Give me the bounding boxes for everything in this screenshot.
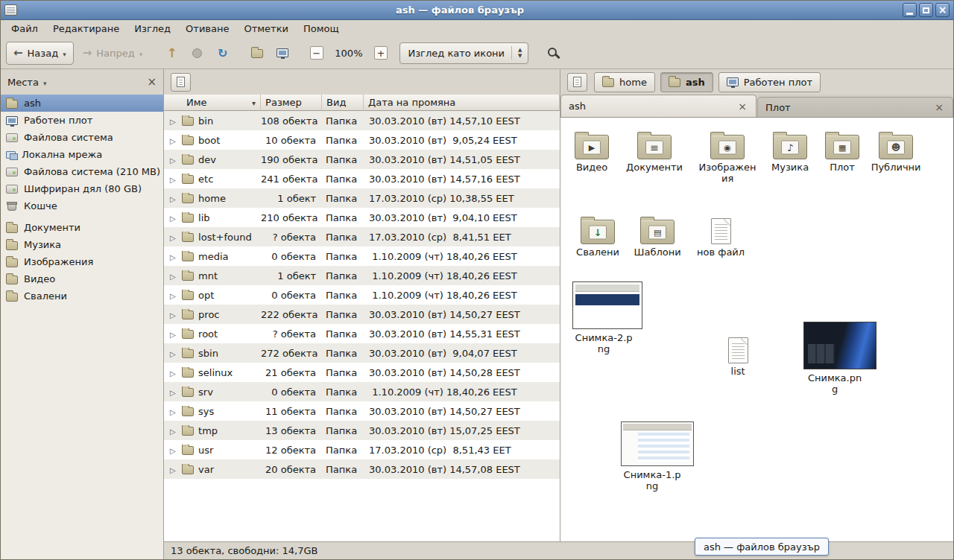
- tab[interactable]: Плот: [757, 97, 953, 117]
- sidebar-view-selector[interactable]: Места: [7, 77, 46, 88]
- column-header-size[interactable]: Размер: [261, 95, 322, 111]
- sidebar-item[interactable]: ash: [1, 95, 163, 112]
- file-icon-item[interactable]: нов файл: [689, 213, 752, 258]
- location-toggle-button[interactable]: [567, 73, 587, 92]
- expander-icon[interactable]: [170, 212, 177, 223]
- expander-icon[interactable]: [170, 193, 177, 204]
- table-row[interactable]: etc 241 обекта Папка 30.03.2010 (вт) 14,…: [164, 169, 560, 188]
- menu-item[interactable]: Файл: [4, 20, 45, 37]
- table-row[interactable]: opt 0 обекта Папка 1.10.2009 (чт) 18,40,…: [164, 285, 560, 305]
- minimize-button[interactable]: [903, 3, 917, 17]
- breadcrumb-button[interactable]: ash: [660, 72, 713, 92]
- sidebar-item[interactable]: Кошче: [1, 197, 163, 214]
- icon-view-canvas[interactable]: GUADEC GNOME Store Видео Документи: [560, 117, 953, 541]
- expander-icon[interactable]: [170, 270, 177, 281]
- zoom-in-button[interactable]: [369, 42, 392, 65]
- expander-icon[interactable]: [170, 367, 177, 378]
- expander-icon[interactable]: [170, 135, 177, 146]
- file-icon-item[interactable]: Свалени: [566, 213, 629, 258]
- column-header-kind[interactable]: Вид: [322, 95, 364, 111]
- sidebar-item[interactable]: Файлова система: [1, 129, 163, 146]
- reload-button[interactable]: [211, 42, 234, 65]
- table-row[interactable]: sbin 272 обекта Папка 30.03.2010 (вт) 9,…: [164, 343, 560, 363]
- table-row[interactable]: dev 190 обекта Папка 30.03.2010 (вт) 14,…: [164, 150, 560, 169]
- menu-item[interactable]: Отметки: [236, 20, 295, 37]
- expander-icon[interactable]: [170, 348, 177, 359]
- file-icon-item[interactable]: Публични: [865, 128, 927, 174]
- menu-item[interactable]: Помощ: [296, 20, 347, 37]
- expander-icon[interactable]: [170, 328, 177, 340]
- expander-icon[interactable]: [170, 115, 177, 127]
- file-icon-item[interactable]: Видео: [560, 128, 623, 174]
- home-button[interactable]: [245, 42, 268, 65]
- table-row[interactable]: usr 12 обекта Папка 17.03.2010 (ср) 8,51…: [164, 440, 560, 459]
- expander-icon[interactable]: [170, 290, 177, 301]
- menu-item[interactable]: Изглед: [127, 20, 178, 37]
- expander-icon[interactable]: [170, 445, 177, 456]
- expander-icon[interactable]: [170, 464, 177, 475]
- stop-button[interactable]: [186, 42, 209, 65]
- sidebar-item[interactable]: Файлова система (210 MB): [1, 163, 163, 180]
- file-icon-item[interactable]: Снимка.png: [803, 322, 866, 395]
- column-header-date[interactable]: Дата на промяна: [364, 95, 560, 111]
- table-row[interactable]: mnt 1 обект Папка 1.10.2009 (чт) 18,40,2…: [164, 266, 560, 285]
- sidebar-item[interactable]: Изображения: [1, 253, 163, 270]
- titlebar[interactable]: ash — файлов браузър: [1, 1, 953, 20]
- table-row[interactable]: media 0 обекта Папка 1.10.2009 (чт) 18,4…: [164, 246, 560, 266]
- table-row[interactable]: selinux 21 обекта Папка 30.03.2010 (вт) …: [164, 363, 560, 382]
- close-button[interactable]: [935, 3, 950, 17]
- table-row[interactable]: boot 10 обекта Папка 30.03.2010 (вт) 9,0…: [164, 130, 560, 150]
- file-icon-item[interactable]: list: [707, 332, 769, 378]
- tab-close-icon[interactable]: [933, 101, 945, 113]
- expander-icon[interactable]: [170, 386, 177, 398]
- table-row[interactable]: var 20 обекта Папка 30.03.2010 (вт) 14,5…: [164, 459, 560, 479]
- maximize-button[interactable]: [919, 3, 933, 17]
- table-row[interactable]: lib 210 обекта Папка 30.03.2010 (вт) 9,0…: [164, 208, 560, 227]
- file-icon-item[interactable]: Снимка-1.png: [621, 421, 683, 491]
- list-empty-area[interactable]: [164, 479, 560, 541]
- menu-item[interactable]: Отиване: [178, 20, 236, 37]
- breadcrumb-button[interactable]: Работен плот: [718, 72, 821, 92]
- sidebar-item[interactable]: Документи: [1, 219, 163, 236]
- search-button[interactable]: [540, 42, 563, 65]
- table-row[interactable]: sys 11 обекта Папка 30.03.2010 (вт) 14,5…: [164, 401, 560, 421]
- view-mode-dropdown[interactable]: Изглед като икони: [399, 42, 528, 64]
- file-icon-item[interactable]: Шаблони: [626, 213, 689, 258]
- table-row[interactable]: srv 0 обекта Папка 1.10.2009 (чт) 18,40,…: [164, 382, 560, 401]
- expander-icon[interactable]: [170, 406, 177, 417]
- expander-icon[interactable]: [170, 174, 177, 185]
- breadcrumb-button[interactable]: home: [594, 72, 655, 92]
- computer-button[interactable]: [271, 42, 294, 65]
- menu-item[interactable]: Редактиране: [45, 20, 127, 37]
- forward-button[interactable]: Напред: [76, 42, 150, 65]
- sidebar-item[interactable]: Локална мрежа: [1, 146, 163, 163]
- back-history-chevron-icon[interactable]: [63, 48, 66, 59]
- expander-icon[interactable]: [170, 154, 177, 165]
- sidebar-item[interactable]: Работен плот: [1, 112, 163, 129]
- tab-close-icon[interactable]: [736, 101, 748, 112]
- sidebar-item[interactable]: Шифриран дял (80 GB): [1, 180, 163, 197]
- file-icon-item[interactable]: Документи: [623, 128, 686, 174]
- table-row[interactable]: root ? обекта Папка 30.03.2010 (вт) 14,5…: [164, 324, 560, 343]
- table-row[interactable]: tmp 13 обекта Папка 30.03.2010 (вт) 15,0…: [164, 421, 560, 440]
- column-header-name[interactable]: Име: [164, 95, 261, 111]
- sidebar-item[interactable]: Свалени: [1, 287, 163, 305]
- location-toggle-button[interactable]: [171, 73, 191, 92]
- table-row[interactable]: proc 222 обекта Папка 30.03.2010 (вт) 14…: [164, 305, 560, 324]
- file-icon-item[interactable]: Снимка-2.png: [572, 281, 635, 354]
- file-icon-item[interactable]: Изображения: [696, 128, 759, 184]
- sidebar-close-button[interactable]: [148, 75, 157, 89]
- expander-icon[interactable]: [170, 425, 177, 436]
- table-row[interactable]: home 1 обект Папка 17.03.2010 (ср) 10,38…: [164, 188, 560, 208]
- expander-icon[interactable]: [170, 232, 177, 243]
- window-menu-icon[interactable]: [4, 4, 17, 16]
- back-button[interactable]: Назад: [6, 42, 74, 65]
- tab[interactable]: ash: [560, 95, 756, 117]
- up-button[interactable]: [160, 42, 183, 65]
- expander-icon[interactable]: [170, 251, 177, 262]
- table-row[interactable]: bin 108 обекта Папка 30.03.2010 (вт) 14,…: [164, 111, 560, 130]
- zoom-out-button[interactable]: [305, 42, 328, 65]
- expander-icon[interactable]: [170, 309, 177, 320]
- table-row[interactable]: lost+found ? обекта Папка 17.03.2010 (ср…: [164, 227, 560, 246]
- sidebar-item[interactable]: Видео: [1, 270, 163, 287]
